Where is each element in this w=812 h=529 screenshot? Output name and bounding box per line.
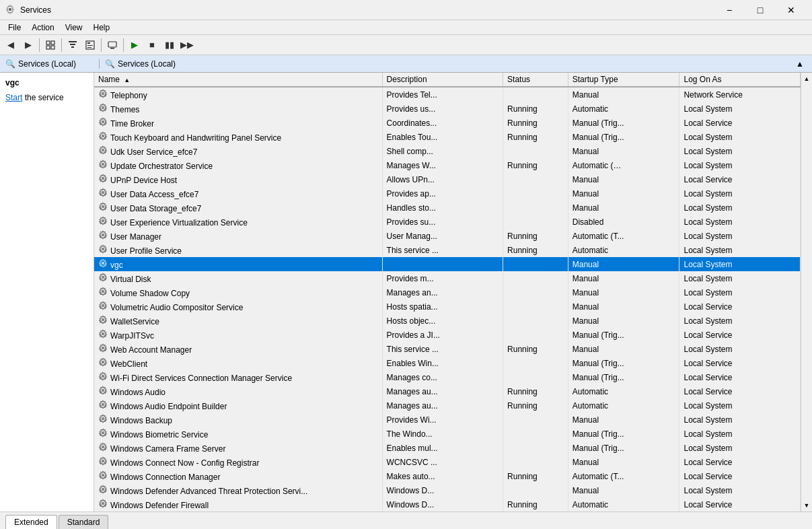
table-row[interactable]: Windows Camera Frame ServerEnables mul..… xyxy=(94,441,801,455)
svg-point-19 xyxy=(102,163,104,166)
panel-scroll-up[interactable]: ▲ xyxy=(793,59,807,69)
svg-point-18 xyxy=(102,149,104,151)
table-row[interactable]: WebClientEnables Win...Manual (Trig...Lo… xyxy=(94,356,801,370)
start-service-link[interactable]: Start xyxy=(5,93,22,102)
service-name-text: Udk User Service_efce7 xyxy=(110,147,197,157)
table-row[interactable]: UPnP Device HostAllows UPn...ManualLocal… xyxy=(94,172,801,186)
window-controls: − □ ✕ xyxy=(714,0,807,20)
service-logon-cell: Local System xyxy=(679,158,801,172)
service-logon-cell: Local System xyxy=(679,398,801,413)
menu-file[interactable]: File xyxy=(3,22,26,34)
table-row[interactable]: Update Orchestrator ServiceManages W...R… xyxy=(94,158,801,172)
table-row[interactable]: Volumetric Audio Compositor ServiceHosts… xyxy=(94,299,801,314)
service-status-cell xyxy=(503,215,568,229)
service-status-cell xyxy=(503,257,568,271)
table-row[interactable]: WalletServiceHosts objec...ManualLocal S… xyxy=(94,314,801,328)
scroll-up-arrow[interactable]: ▲ xyxy=(801,73,812,85)
table-row[interactable]: User Data Access_efce7Provides ap...Manu… xyxy=(94,186,801,201)
start-button[interactable]: ▶ xyxy=(126,38,143,52)
svg-point-29 xyxy=(102,304,104,307)
table-row[interactable]: Windows Biometric ServiceThe Windo...Man… xyxy=(94,427,801,441)
service-desc-cell: Manages W... xyxy=(382,158,503,172)
col-header-name[interactable]: Name ▲ xyxy=(94,73,382,87)
service-desc-cell xyxy=(382,257,503,271)
svg-point-27 xyxy=(102,276,104,279)
service-table-wrapper[interactable]: Name ▲ Description Status Startup Type L… xyxy=(94,73,801,512)
service-status-cell: Running xyxy=(503,130,568,144)
minimize-button[interactable]: − xyxy=(714,0,745,20)
table-row[interactable]: Udk User Service_efce7Shell comp...Manua… xyxy=(94,144,801,158)
service-logon-cell: Local System xyxy=(679,342,801,356)
table-row[interactable]: Windows AudioManages au...RunningAutomat… xyxy=(94,384,801,398)
scrollbar-area[interactable]: ▲ ▼ xyxy=(801,73,812,512)
tab-extended[interactable]: Extended xyxy=(5,515,57,529)
left-panel: vgc Start the service xyxy=(0,73,94,512)
service-status-cell xyxy=(503,314,568,328)
properties-button[interactable] xyxy=(82,38,98,52)
svg-point-26 xyxy=(102,262,104,264)
computer-button[interactable] xyxy=(104,38,120,52)
svg-point-25 xyxy=(102,248,104,250)
content-area: vgc Start the service Name ▲ Description… xyxy=(0,73,812,512)
table-row[interactable]: vgcManualLocal System xyxy=(94,257,801,271)
table-row[interactable]: Windows Defender Advanced Threat Protect… xyxy=(94,483,801,497)
service-startup-cell: Manual (Trig... xyxy=(568,130,679,144)
grid-button[interactable] xyxy=(42,38,59,52)
service-name-text: UPnP Device Host xyxy=(110,176,177,185)
svg-rect-3 xyxy=(46,46,50,49)
stop-button[interactable]: ■ xyxy=(144,38,160,52)
service-status-cell: Running xyxy=(503,243,568,257)
service-startup-cell: Manual xyxy=(568,144,679,158)
table-row[interactable]: User Data Storage_efce7Handles sto...Man… xyxy=(94,201,801,215)
col-header-startup[interactable]: Startup Type xyxy=(568,73,679,87)
pause-button[interactable]: ▮▮ xyxy=(161,38,178,52)
resume-button[interactable]: ▶▶ xyxy=(179,38,195,52)
col-header-status[interactable]: Status xyxy=(503,73,568,87)
service-name-text: Windows Camera Frame Server xyxy=(110,444,225,454)
close-button[interactable]: ✕ xyxy=(776,0,807,20)
service-status-cell xyxy=(503,455,568,469)
table-row[interactable]: Windows Connect Now - Config RegistrarWC… xyxy=(94,455,801,469)
table-row[interactable]: Wi-Fi Direct Services Connection Manager… xyxy=(94,370,801,384)
tab-standard[interactable]: Standard xyxy=(59,515,109,529)
table-row[interactable]: User Experience Virtualization ServicePr… xyxy=(94,215,801,229)
maximize-button[interactable]: □ xyxy=(745,0,776,20)
menu-help[interactable]: Help xyxy=(88,22,116,34)
service-startup-cell: Manual xyxy=(568,299,679,314)
table-row[interactable]: Touch Keyboard and Handwriting Panel Ser… xyxy=(94,130,801,144)
service-gear-icon xyxy=(98,160,108,169)
service-logon-cell: Local Service xyxy=(679,116,801,130)
table-row[interactable]: TelephonyProvides Tel...ManualNetwork Se… xyxy=(94,87,801,102)
service-logon-cell: Local System xyxy=(679,314,801,328)
menu-bar: File Action View Help xyxy=(0,20,812,35)
service-logon-cell: Local Service xyxy=(679,469,801,483)
service-desc-cell: The Windo... xyxy=(382,427,503,441)
table-row[interactable]: WarpJITSvcProvides a JI...Manual (Trig..… xyxy=(94,328,801,342)
svg-rect-2 xyxy=(51,41,54,44)
menu-action[interactable]: Action xyxy=(26,22,59,34)
col-header-logon[interactable]: Log On As xyxy=(679,73,801,87)
service-gear-icon xyxy=(98,103,108,112)
service-logon-cell: Local Service xyxy=(679,356,801,370)
table-row[interactable]: User ManagerUser Manag...RunningAutomati… xyxy=(94,229,801,243)
service-startup-cell: Automatic xyxy=(568,384,679,398)
table-row[interactable]: User Profile ServiceThis service ...Runn… xyxy=(94,243,801,257)
service-name-text: Update Orchestrator Service xyxy=(110,162,213,171)
scroll-down-arrow[interactable]: ▼ xyxy=(801,499,812,512)
col-header-description[interactable]: Description xyxy=(382,73,503,87)
table-row[interactable]: Virtual DiskProvides m...ManualLocal Sys… xyxy=(94,271,801,285)
forward-button[interactable]: ▶ xyxy=(20,38,36,52)
table-row[interactable]: Windows BackupProvides Wi...ManualLocal … xyxy=(94,413,801,427)
main-panel-title: Services (Local) xyxy=(118,59,176,69)
table-row[interactable]: Web Account ManagerThis service ...Runni… xyxy=(94,342,801,356)
table-row[interactable]: Volume Shadow CopyManages an...ManualLoc… xyxy=(94,285,801,299)
table-row[interactable]: Windows Defender FirewallWindows D...Run… xyxy=(94,497,801,512)
table-row[interactable]: Windows Audio Endpoint BuilderManages au… xyxy=(94,398,801,413)
menu-view[interactable]: View xyxy=(60,22,88,34)
table-row[interactable]: ThemesProvides us...RunningAutomaticLoca… xyxy=(94,102,801,116)
service-name-cell: WebClient xyxy=(94,356,382,370)
table-row[interactable]: Time BrokerCoordinates...RunningManual (… xyxy=(94,116,801,130)
table-row[interactable]: Windows Connection ManagerMakes auto...R… xyxy=(94,469,801,483)
filter-button[interactable] xyxy=(65,38,81,52)
back-button[interactable]: ◀ xyxy=(3,38,19,52)
